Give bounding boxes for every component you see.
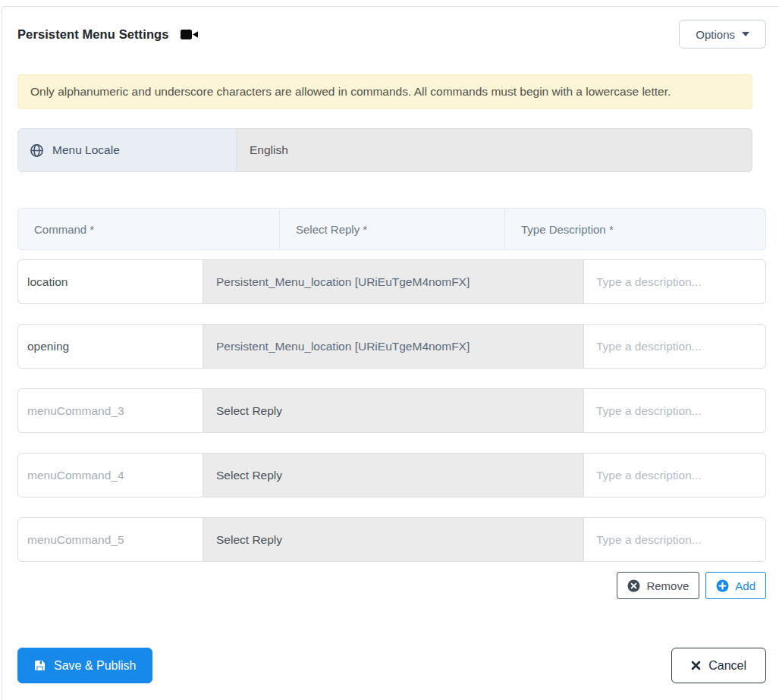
table-row: Persistent_Menu_location [URiEuTgeM4nomF… xyxy=(17,324,766,369)
menu-locale-label-text: Menu Locale xyxy=(52,143,120,157)
caret-down-icon xyxy=(742,32,749,36)
plus-circle-icon xyxy=(716,579,729,592)
x-circle-icon xyxy=(627,579,640,592)
remove-row-button[interactable]: Remove xyxy=(617,572,699,599)
menu-locale-value-text: English xyxy=(250,143,288,157)
x-mark-icon xyxy=(691,661,701,670)
options-button[interactable]: Options xyxy=(679,20,766,49)
command-input[interactable] xyxy=(17,388,203,433)
select-reply-button[interactable]: Persistent_Menu_location [URiEuTgeM4nomF… xyxy=(203,259,583,304)
persistent-menu-card: Persistent Menu Settings Options Only al… xyxy=(2,6,779,700)
command-rules-alert: Only alphanumeric and underscore charact… xyxy=(17,74,752,109)
table-row: Select Reply xyxy=(17,388,766,433)
select-reply-value: Persistent_Menu_location [URiEuTgeM4nomF… xyxy=(216,275,470,289)
table-row: Select Reply xyxy=(17,517,766,562)
card-footer: Save & Publish Cancel xyxy=(17,648,766,683)
alert-text: Only alphanumeric and underscore charact… xyxy=(30,85,671,98)
description-input[interactable] xyxy=(583,388,766,433)
save-publish-button[interactable]: Save & Publish xyxy=(17,648,152,683)
menu-locale-label: Menu Locale xyxy=(17,128,237,172)
cancel-button[interactable]: Cancel xyxy=(671,648,766,683)
command-input[interactable] xyxy=(17,453,203,498)
table-header: Command * Select Reply * Type Descriptio… xyxy=(17,208,766,250)
add-row-button[interactable]: Add xyxy=(705,572,766,599)
select-reply-value: Persistent_Menu_location [URiEuTgeM4nomF… xyxy=(216,340,470,353)
floppy-disk-icon xyxy=(33,659,46,672)
options-button-label: Options xyxy=(696,28,735,41)
column-header-command: Command * xyxy=(17,208,280,250)
add-button-label: Add xyxy=(735,579,755,592)
description-input[interactable] xyxy=(583,259,766,304)
column-header-type-description: Type Description * xyxy=(505,208,766,250)
video-camera-icon xyxy=(181,29,199,40)
menu-locale-group: Menu Locale English xyxy=(17,128,752,172)
command-input[interactable] xyxy=(17,259,203,304)
globe-icon xyxy=(30,143,44,158)
select-reply-button[interactable]: Select Reply xyxy=(203,453,583,498)
select-reply-button[interactable]: Select Reply xyxy=(203,517,583,562)
description-input[interactable] xyxy=(583,517,766,562)
column-header-select-reply: Select Reply * xyxy=(280,208,505,250)
cancel-button-label: Cancel xyxy=(708,659,746,673)
command-input[interactable] xyxy=(17,324,203,369)
command-input[interactable] xyxy=(17,517,203,562)
save-publish-label: Save & Publish xyxy=(54,659,137,673)
menu-locale-value: English xyxy=(237,128,752,172)
select-reply-value: Select Reply xyxy=(216,404,282,418)
page-title: Persistent Menu Settings xyxy=(17,27,169,42)
command-rows: Persistent_Menu_location [URiEuTgeM4nomF… xyxy=(17,259,766,562)
remove-button-label: Remove xyxy=(646,579,689,592)
select-reply-button[interactable]: Persistent_Menu_location [URiEuTgeM4nomF… xyxy=(203,324,583,369)
description-input[interactable] xyxy=(583,324,766,369)
description-input[interactable] xyxy=(583,453,766,498)
table-row: Select Reply xyxy=(17,453,766,498)
select-reply-button[interactable]: Select Reply xyxy=(203,388,583,433)
table-row: Persistent_Menu_location [URiEuTgeM4nomF… xyxy=(17,259,766,304)
select-reply-value: Select Reply xyxy=(216,533,282,547)
select-reply-value: Select Reply xyxy=(216,469,282,482)
card-header: Persistent Menu Settings Options xyxy=(17,20,766,49)
row-actions: Remove Add xyxy=(17,572,766,599)
